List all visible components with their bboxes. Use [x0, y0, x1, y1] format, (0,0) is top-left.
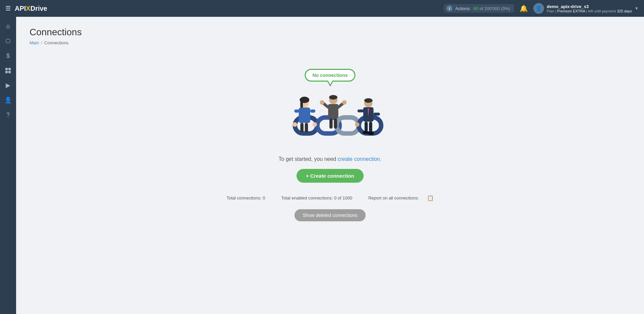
- svg-point-17: [313, 122, 317, 127]
- page-title: Connections: [30, 27, 631, 38]
- svg-rect-14: [300, 123, 304, 133]
- svg-rect-26: [334, 119, 337, 129]
- user-info[interactable]: 👤 demo_apix-drive_s3 Plan | Premium EXTR…: [533, 3, 639, 14]
- svg-rect-3: [8, 71, 11, 73]
- actions-of: of: [480, 6, 484, 11]
- topnav-left: ☰ APIXDrive: [5, 5, 47, 12]
- svg-rect-2: [5, 71, 8, 73]
- actions-label: Actions:: [455, 6, 471, 11]
- svg-rect-11: [299, 107, 310, 123]
- layout: ⌂ ⬡ $ ▶ 👤 ? Connections Main / Connectio…: [0, 17, 644, 314]
- hamburger-icon[interactable]: ☰: [5, 5, 11, 12]
- sidebar: ⌂ ⬡ $ ▶ 👤 ?: [0, 17, 16, 314]
- no-connections-bubble: No connections: [305, 69, 355, 82]
- plan-prefix: Plan |: [547, 9, 556, 13]
- topnav: ☰ APIXDrive i Actions: 60 of 200'000 (0%…: [0, 0, 644, 17]
- svg-rect-34: [365, 122, 368, 132]
- svg-point-19: [329, 95, 337, 99]
- sidebar-item-help[interactable]: ?: [1, 108, 15, 122]
- illustration: No connections: [266, 69, 394, 149]
- actions-total: 200'000: [484, 6, 500, 11]
- logo-text: APIXDrive: [15, 5, 47, 12]
- svg-rect-32: [374, 113, 380, 116]
- bell-icon[interactable]: 🔔: [520, 4, 528, 12]
- actions-box: i Actions: 60 of 200'000 (0%): [444, 4, 514, 13]
- breadcrumb-home[interactable]: Main: [30, 40, 39, 45]
- svg-point-28: [364, 98, 373, 103]
- cta-text: To get started, you need create connecti…: [279, 156, 382, 162]
- svg-rect-15: [305, 123, 308, 133]
- svg-rect-25: [329, 119, 333, 129]
- stats-row: Total connections: 0 Total enabled conne…: [227, 195, 434, 201]
- sidebar-item-billing[interactable]: $: [1, 49, 15, 62]
- svg-point-16: [293, 122, 297, 127]
- actions-percent: (0%): [501, 6, 510, 11]
- svg-rect-35: [369, 122, 372, 133]
- svg-rect-12: [294, 109, 299, 113]
- main-content: Connections Main / Connections No connec…: [16, 17, 644, 314]
- total-enabled-connections: Total enabled connections: 0 of 1000: [281, 195, 352, 200]
- svg-rect-13: [310, 109, 315, 113]
- user-plan: Plan | Premium EXTRA | left until paymen…: [547, 9, 632, 13]
- sidebar-item-profile[interactable]: 👤: [1, 93, 15, 107]
- plan-days: 325 days: [617, 9, 632, 13]
- people-chain-illustration: [266, 82, 394, 149]
- actions-used: 60: [474, 6, 478, 11]
- user-name: demo_apix-drive_s3: [547, 4, 632, 9]
- center-area: No connections: [30, 55, 631, 235]
- svg-rect-20: [328, 104, 338, 119]
- actions-count: 60 of 200'000 (0%): [474, 6, 511, 11]
- cta-link[interactable]: create connection.: [338, 156, 382, 162]
- svg-rect-1: [8, 68, 11, 70]
- sidebar-item-home[interactable]: ⌂: [1, 19, 15, 33]
- svg-point-37: [368, 132, 374, 135]
- chevron-down-icon: ▼: [635, 6, 639, 11]
- svg-point-23: [320, 100, 324, 104]
- topnav-right: i Actions: 60 of 200'000 (0%) 🔔 👤 demo_a…: [444, 3, 639, 14]
- show-deleted-button[interactable]: Show deleted connections: [294, 209, 365, 221]
- svg-rect-0: [5, 68, 8, 70]
- sidebar-item-connections[interactable]: ⬡: [1, 34, 15, 48]
- svg-point-33: [355, 122, 359, 127]
- breadcrumb-separator: /: [41, 40, 42, 45]
- info-icon: i: [446, 5, 452, 11]
- plan-name: Premium EXTRA: [557, 9, 585, 13]
- report-icon[interactable]: 📋: [427, 195, 434, 201]
- total-connections: Total connections: 0: [227, 195, 265, 200]
- svg-point-24: [342, 100, 346, 104]
- breadcrumb: Main / Connections: [30, 40, 631, 45]
- create-connection-button[interactable]: + Create connection: [297, 169, 364, 183]
- sidebar-item-tutorials[interactable]: ▶: [1, 79, 15, 92]
- breadcrumb-current: Connections: [44, 40, 68, 45]
- plan-suffix: | left until payment: [586, 9, 616, 13]
- logo: APIXDrive: [15, 5, 47, 12]
- svg-rect-31: [358, 109, 364, 113]
- user-details: demo_apix-drive_s3 Plan | Premium EXTRA …: [547, 4, 632, 13]
- sidebar-item-services[interactable]: [1, 64, 15, 77]
- report-label: Report on all connections:: [368, 195, 419, 200]
- avatar: 👤: [533, 3, 544, 14]
- cta-text-before: To get started, you need: [279, 156, 336, 162]
